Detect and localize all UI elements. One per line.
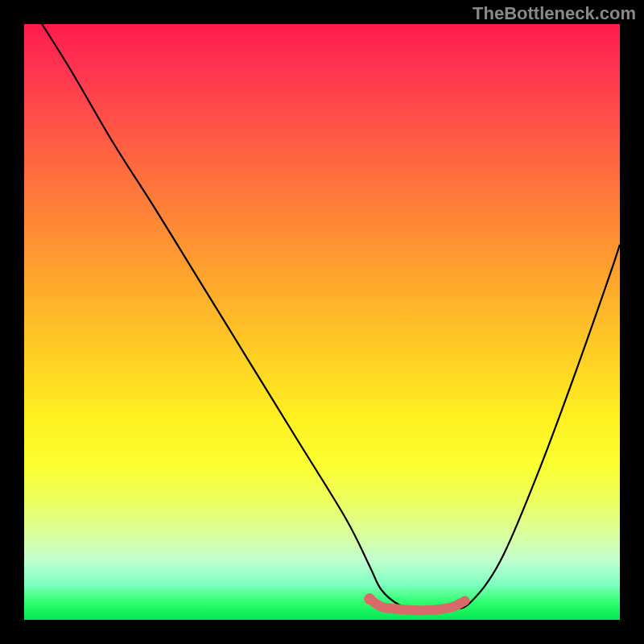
curve-overlay bbox=[24, 24, 620, 620]
chart-container: TheBottleneck.com bbox=[0, 0, 644, 644]
watermark-text: TheBottleneck.com bbox=[473, 3, 636, 24]
optimal-zone-start-dot bbox=[364, 593, 375, 605]
optimal-zone-path bbox=[369, 599, 464, 610]
plot-area bbox=[24, 24, 620, 620]
bottleneck-curve-path bbox=[42, 24, 620, 610]
